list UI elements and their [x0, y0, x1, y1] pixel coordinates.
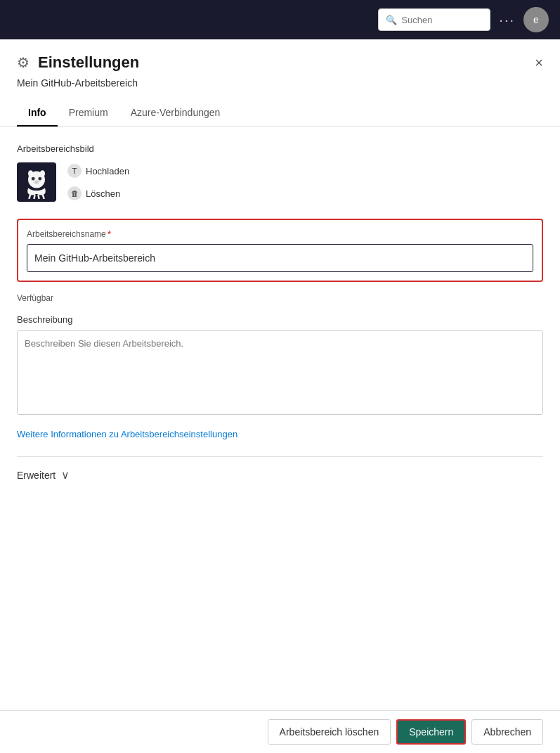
svg-point-3 [32, 177, 35, 181]
search-input[interactable] [401, 15, 483, 25]
panel-footer: Arbeitsbereich löschen Speichern Abbrech… [0, 710, 560, 753]
search-box[interactable]: 🔍 [378, 8, 490, 31]
svg-point-5 [34, 181, 39, 184]
svg-line-7 [34, 195, 34, 199]
tab-azure[interactable]: Azure-Verbindungen [119, 100, 232, 127]
svg-line-8 [38, 195, 39, 199]
name-field-label: Arbeitsbereichsname * [27, 229, 533, 240]
cancel-button[interactable]: Abbrechen [471, 719, 543, 745]
delete-workspace-button[interactable]: Arbeitsbereich löschen [268, 719, 391, 745]
erweitert-section: Erweitert ∨ [17, 456, 543, 482]
required-indicator: * [108, 229, 111, 240]
upload-label: Hochladen [86, 166, 129, 176]
workspace-name-section: Arbeitsbereichsname * [17, 219, 543, 282]
delete-label: Löschen [86, 188, 120, 199]
tabs-bar: Info Premium Azure-Verbindungen [0, 100, 560, 127]
svg-line-9 [42, 194, 44, 199]
close-button[interactable]: × [535, 56, 543, 70]
erweitert-toggle[interactable]: Erweitert ∨ [17, 468, 70, 482]
info-link[interactable]: Weitere Informationen zu Arbeitsbereichs… [17, 429, 237, 439]
delete-image-button[interactable]: 🗑 Löschen [67, 185, 129, 202]
settings-panel: ⚙ Einstellungen × Mein GitHub-Arbeitsber… [0, 39, 560, 753]
availability-status: Verfügbar [17, 293, 543, 303]
tab-premium[interactable]: Premium [58, 100, 119, 127]
info-link-section: Weitere Informationen zu Arbeitsbereichs… [17, 429, 543, 439]
upload-icon: T [67, 164, 82, 178]
avatar-initial: e [533, 14, 539, 25]
panel-body: Arbeitsbereichsbild [0, 127, 560, 538]
chevron-down-icon: ∨ [61, 468, 70, 482]
erweitert-label: Erweitert [17, 470, 56, 481]
panel-title-row: ⚙ Einstellungen [17, 53, 139, 72]
workspace-image-row: T Hochladen 🗑 Löschen [17, 162, 543, 202]
trash-icon: 🗑 [67, 186, 82, 200]
svg-line-6 [29, 194, 30, 199]
svg-point-4 [38, 177, 41, 181]
search-icon: 🔍 [386, 15, 397, 25]
octocat-icon [20, 165, 53, 199]
svg-point-2 [40, 170, 45, 177]
upload-image-button[interactable]: T Hochladen [67, 162, 129, 179]
workspace-avatar [17, 162, 56, 202]
image-actions: T Hochladen 🗑 Löschen [67, 162, 129, 202]
save-button[interactable]: Speichern [396, 719, 466, 745]
workspace-name-input[interactable] [27, 244, 533, 272]
panel-title: Einstellungen [38, 53, 139, 72]
dots-icon: ··· [499, 12, 515, 28]
svg-point-1 [28, 170, 33, 177]
description-label: Beschreibung [17, 314, 543, 325]
panel-header: ⚙ Einstellungen × [0, 39, 560, 77]
topbar: 🔍 ··· e [0, 0, 560, 39]
gear-icon: ⚙ [17, 54, 30, 71]
tab-info[interactable]: Info [17, 100, 58, 127]
avatar[interactable]: e [523, 7, 549, 32]
description-section: Beschreibung [17, 314, 543, 418]
workspace-image-label: Arbeitsbereichsbild [17, 143, 543, 154]
description-textarea[interactable] [17, 330, 543, 415]
more-options-button[interactable]: ··· [499, 12, 515, 28]
workspace-subtitle: Mein GitHub-Arbeitsbereich [0, 77, 560, 100]
